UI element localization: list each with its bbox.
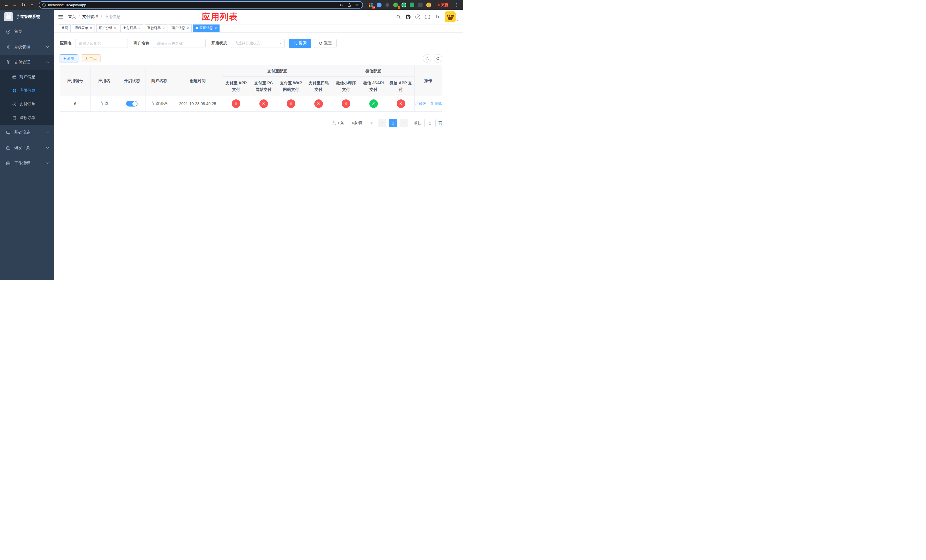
search-icon[interactable]: [395, 13, 402, 21]
total-count: 共 1 条: [333, 121, 344, 126]
refund-doc-icon: [12, 116, 17, 120]
sidebar-logo[interactable]: 芋道管理系统: [0, 10, 54, 24]
sidebar-item-refund-orders[interactable]: 退款订单: [0, 111, 54, 125]
sidebar-item-payment-orders[interactable]: 支付订单: [0, 97, 54, 111]
extensions-tray: 10 1: [366, 2, 433, 8]
logo-avatar: [4, 12, 13, 21]
sidebar-item-merchant-info[interactable]: 商户信息: [0, 70, 54, 84]
edit-link-label: 修改: [419, 101, 426, 106]
user-menu[interactable]: [445, 11, 459, 22]
breadcrumb-home[interactable]: 首页: [68, 14, 76, 20]
cell-status: [118, 96, 146, 112]
refresh-icon[interactable]: [434, 54, 442, 63]
export-button-label: 导出: [90, 56, 97, 61]
reset-button[interactable]: 重置: [314, 39, 337, 48]
tab-merchant-info[interactable]: 商户信息 ×: [169, 24, 192, 32]
parrot-extension-icon[interactable]: 1: [392, 2, 399, 8]
face-extension-icon[interactable]: [425, 2, 432, 8]
wechat-devtools-extension-icon[interactable]: [401, 2, 407, 8]
tab-refund-orders[interactable]: 退款订单 ×: [145, 24, 168, 32]
sidebar-item-app-info[interactable]: 应用信息: [0, 84, 54, 97]
tab-user-group[interactable]: 用户分组 ×: [96, 24, 119, 32]
dark-extension-icon[interactable]: [384, 2, 390, 8]
page-1-button[interactable]: 1: [389, 119, 397, 127]
sidebar-item-label: 首页: [14, 29, 22, 34]
add-button[interactable]: + 新增: [60, 54, 78, 62]
fullscreen-icon[interactable]: [424, 13, 431, 21]
col-header-id: 应用编号: [60, 66, 91, 96]
share-icon[interactable]: [346, 3, 352, 7]
sidebar-item-home[interactable]: 首页: [0, 24, 54, 39]
tags-view: 首页 流程表单 × 用户分组 × 支付订单 × 退款订单 ×: [54, 24, 463, 32]
tab-home[interactable]: 首页: [59, 24, 71, 32]
app-name-input[interactable]: [75, 39, 128, 48]
annotation-app-list: 应用列表: [201, 11, 238, 23]
group-header-wechat: 微信配置: [332, 66, 415, 77]
sidebar-item-workflow[interactable]: 工作流程: [0, 156, 54, 171]
col-header-alipay-wap: 支付宝 WAP 网站支付: [277, 77, 305, 96]
next-page-button[interactable]: ›: [400, 119, 408, 127]
hamburger-icon[interactable]: [54, 10, 68, 24]
close-icon[interactable]: ×: [215, 26, 217, 30]
browser-update-button[interactable]: 更新: [435, 2, 451, 8]
home-icon[interactable]: ⌂: [28, 1, 36, 9]
github-icon[interactable]: [404, 13, 412, 21]
extensions-grid-icon[interactable]: 10: [368, 2, 374, 8]
tab-process-form[interactable]: 流程表单 ×: [72, 24, 95, 32]
close-icon[interactable]: ×: [138, 26, 141, 30]
gear-icon: [6, 45, 11, 49]
tab-payment-orders[interactable]: 支付订单 ×: [121, 24, 143, 32]
back-icon[interactable]: ←: [2, 1, 10, 9]
goto-page-input[interactable]: [424, 119, 436, 127]
water-drop-extension-icon[interactable]: [376, 2, 382, 8]
tab-app-info[interactable]: 应用信息 ×: [193, 24, 219, 32]
workflow-icon: [6, 161, 11, 165]
sidebar-item-payment[interactable]: ¥ 支付管理: [0, 55, 54, 70]
delete-link[interactable]: 删除: [430, 101, 442, 106]
col-header-wx-mini: 微信小程序支付: [332, 77, 360, 96]
alipay-wap-status-icon: ×: [287, 100, 295, 108]
main-area: 首页 / 支付管理 / 应用信息 应用列表 ?: [54, 10, 463, 280]
merchant-name-label: 商户名称: [133, 41, 150, 46]
breadcrumb-payment[interactable]: 支付管理: [82, 14, 98, 20]
search-button[interactable]: 搜索: [289, 39, 311, 48]
font-size-icon[interactable]: TT: [433, 13, 441, 21]
toggle-search-icon[interactable]: [423, 54, 431, 63]
info-icon[interactable]: [42, 3, 46, 7]
enabled-switch[interactable]: [126, 101, 138, 106]
chevron-down-icon: [46, 147, 49, 149]
sidebar: 芋道管理系统 首页 系统管理 ¥ 支付管理: [0, 10, 54, 280]
page-size-select[interactable]: 10条/页: [347, 119, 375, 127]
status-select[interactable]: 请选择开启状态: [231, 39, 285, 48]
export-button[interactable]: 导出: [81, 54, 100, 62]
address-bar[interactable]: localhost:1024/pay/app ☆: [39, 1, 363, 9]
sidebar-item-label: 基础设施: [14, 130, 30, 135]
sidebar-item-label: 工作流程: [14, 160, 30, 166]
sidebar-item-label: 商户信息: [20, 74, 35, 79]
pin-extension-icon[interactable]: [417, 2, 424, 8]
alipay-pc-status-icon: ×: [259, 100, 268, 108]
green-chat-extension-icon[interactable]: [409, 2, 415, 8]
edit-link[interactable]: 修改: [415, 101, 426, 106]
close-icon[interactable]: ×: [162, 26, 165, 30]
pagination: 共 1 条 10条/页 ‹ 1 › 前往 页: [60, 119, 442, 127]
merchant-name-input[interactable]: [153, 39, 206, 48]
forward-icon[interactable]: →: [11, 1, 19, 9]
close-icon[interactable]: ×: [114, 26, 117, 30]
prev-page-button[interactable]: ‹: [378, 119, 386, 127]
kebab-menu-icon[interactable]: ⋮: [453, 2, 461, 8]
key-icon[interactable]: [338, 3, 344, 7]
help-icon[interactable]: ?: [414, 13, 421, 21]
col-header-name: 应用名: [91, 66, 118, 96]
star-icon[interactable]: ☆: [354, 3, 360, 7]
sidebar-item-dev-tools[interactable]: 研发工具: [0, 140, 54, 156]
sidebar-item-system[interactable]: 系统管理: [0, 39, 54, 55]
chevron-down-icon: [457, 20, 459, 21]
close-icon[interactable]: ×: [186, 26, 189, 30]
filter-form: 应用名 商户名称 开启状态 请选择开启状态 搜索: [60, 39, 442, 48]
sidebar-item-label: 支付订单: [20, 102, 35, 107]
extension-badge: 10: [372, 6, 375, 9]
sidebar-item-infrastructure[interactable]: 基础设施: [0, 125, 54, 140]
close-icon[interactable]: ×: [90, 26, 92, 30]
reload-icon[interactable]: ↻: [20, 1, 27, 9]
